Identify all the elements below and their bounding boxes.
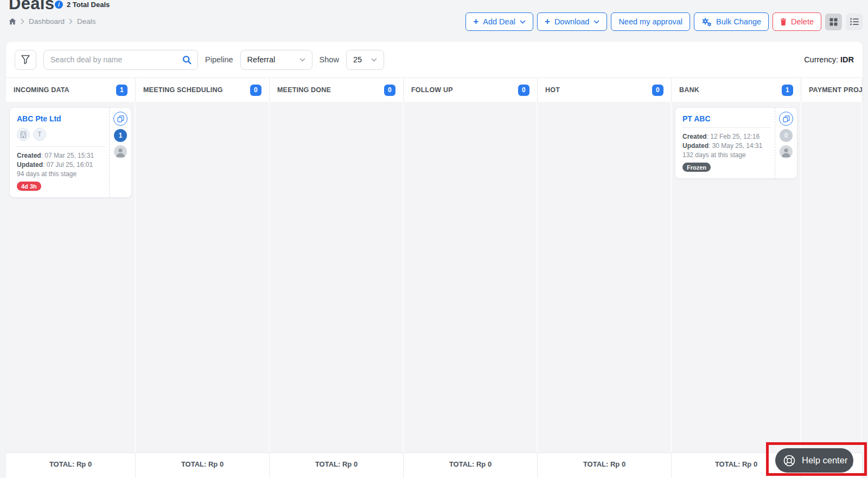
tag-chip[interactable]: T [33,128,46,141]
home-icon[interactable] [9,18,16,25]
add-deal-button[interactable]: + Add Deal [465,12,533,31]
column-header-follow-up: FOLLOW UP 0 [404,77,538,102]
chevron-right-icon [69,18,73,24]
column-name: FOLLOW UP [411,86,453,94]
chevron-down-icon [520,20,526,24]
duplicate-deal-button[interactable] [779,112,793,126]
info-icon[interactable]: i [55,1,63,9]
need-my-approval-button[interactable]: Need my approval [611,12,690,31]
copy-icon [783,115,790,122]
activity-count-badge: 0 [780,129,793,142]
gears-icon [701,17,712,27]
need-my-approval-label: Need my approval [618,17,682,26]
stage-duration: 94 days at this stage [17,170,105,179]
search-icon[interactable] [182,55,192,67]
bulk-change-button[interactable]: Bulk Change [694,12,769,31]
add-deal-label: Add Deal [483,17,515,26]
list-icon [850,18,859,25]
column-total-meeting-done: TOTAL: Rp 0 [270,453,404,478]
plus-icon: + [545,17,550,26]
column-body-meeting-scheduling [136,102,270,453]
column-body-hot [538,102,672,453]
column-header-bank: BANK 1 [672,77,801,102]
deal-card-pt-abc[interactable]: PT ABC Created: 12 Feb 25, 12:16 Updated… [675,107,797,179]
column-count-badge: 0 [250,85,261,96]
chevron-down-icon [371,58,377,62]
search-input[interactable] [43,50,198,70]
pipeline-value: Referral [247,55,276,64]
column-header-meeting-done: MEETING DONE 0 [270,77,404,102]
column-count-badge: 0 [518,85,529,96]
show-select[interactable]: 25 [346,50,384,70]
column-header-incoming-data: INCOMING DATA 1 [6,77,136,102]
assignee-avatar [780,145,793,158]
deal-card-actions: 1 [109,108,131,197]
column-body-bank: PT ABC Created: 12 Feb 25, 12:16 Updated… [672,102,801,453]
column-name: MEETING SCHEDULING [143,86,223,94]
delete-label: Delete [791,17,814,26]
download-label: Download [554,17,590,26]
list-view-button[interactable] [846,14,863,30]
plus-icon: + [473,17,478,26]
activity-count-badge: 1 [114,129,127,142]
company-chip[interactable] [17,128,30,141]
created-line: Created: 07 Mar 25, 15:31 [17,151,105,160]
filter-bar: Pipeline Referral Show 25 Currency: IDR [6,42,863,77]
help-center-button[interactable]: Help center [775,448,853,473]
column-name: BANK [679,86,699,94]
column-body-follow-up [404,102,538,453]
delete-button[interactable]: Delete [773,12,821,31]
deal-card-abc-pte-ltd[interactable]: ABC Pte Ltd T Created: 07 Mar 25, 15:31 … [9,107,132,198]
currency-indicator: Currency: IDR [804,55,854,64]
stage-duration: 132 days at this stage [682,151,770,160]
column-header-meeting-scheduling: MEETING SCHEDULING 0 [136,77,270,102]
deal-title-link[interactable]: PT ABC [682,114,770,123]
pipeline-select[interactable]: Referral [240,50,312,70]
duplicate-deal-button[interactable] [113,112,127,126]
grid-view-button[interactable] [825,14,842,30]
funnel-icon [20,54,31,65]
column-body-payment-proj [801,102,863,453]
updated-line: Updated: 07 Jul 25, 16:01 [17,160,105,170]
stale-badge: 4d 3h [17,182,41,191]
column-header-payment-proj: PAYMENT PROJ [801,77,863,102]
currency-value: IDR [840,55,854,64]
help-center-label: Help center [802,455,847,466]
breadcrumb-deals[interactable]: Deals [77,17,96,25]
column-header-hot: HOT 0 [538,77,672,102]
column-count-badge: 0 [384,85,395,96]
breadcrumb-dashboard[interactable]: Dashboard [29,17,65,25]
chevron-right-icon [21,18,24,24]
deal-title-link[interactable]: ABC Pte Ltd [17,114,105,123]
column-name: INCOMING DATA [14,86,69,94]
bulk-change-label: Bulk Change [716,17,761,26]
divider [682,127,770,128]
updated-line: Updated: 30 May 25, 14:31 [682,141,770,151]
column-name: MEETING DONE [277,86,331,94]
column-name: PAYMENT PROJ [809,86,863,94]
pipeline-label: Pipeline [205,55,233,64]
breadcrumb: Dashboard Deals [9,17,96,25]
chevron-down-icon [299,58,305,62]
column-body-meeting-done [270,102,404,453]
show-label: Show [320,55,339,64]
lifebuoy-icon [782,454,796,468]
column-count-badge: 1 [116,85,127,96]
column-total-incoming-data: TOTAL: Rp 0 [6,453,136,478]
divider [17,146,105,147]
column-total-hot: TOTAL: Rp 0 [538,453,672,478]
toolbar: + Add Deal + Download Need my approval [465,12,863,31]
building-icon [20,131,27,138]
deal-card-actions: 0 [775,108,797,178]
trash-icon [780,18,787,25]
search-field [43,50,198,70]
column-count-badge: 1 [782,85,793,96]
filter-button[interactable] [15,50,36,70]
assignee-avatar [114,145,127,158]
frozen-badge: Frozen [682,163,711,172]
copy-icon [117,115,124,122]
download-button[interactable]: + Download [537,12,607,31]
created-line: Created: 12 Feb 25, 12:16 [682,132,770,141]
chevron-down-icon [593,20,599,24]
column-body-incoming-data: ABC Pte Ltd T Created: 07 Mar 25, 15:31 … [6,102,136,453]
